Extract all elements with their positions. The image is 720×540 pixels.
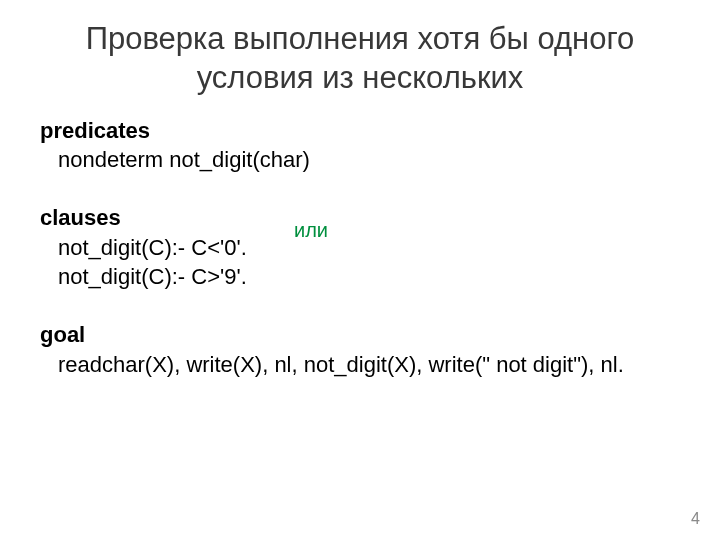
goal-block: goal readchar(X), write(X), nl, not_digi… <box>40 320 680 379</box>
goal-line: readchar(X), write(X), nl, not_digit(X),… <box>40 350 680 380</box>
or-annotation: или <box>294 217 328 244</box>
slide: Проверка выполнения хотя бы одного услов… <box>0 0 720 379</box>
predicates-heading: predicates <box>40 116 680 146</box>
clauses-line-1: not_digit(C):- C<'0'. <box>40 233 680 263</box>
clauses-heading: clauses <box>40 203 680 233</box>
clauses-block: clauses not_digit(C):- C<'0'. not_digit(… <box>40 203 680 292</box>
slide-title: Проверка выполнения хотя бы одного услов… <box>40 20 680 98</box>
page-number: 4 <box>691 510 700 528</box>
slide-body: predicates nondeterm not_digit(char) cla… <box>40 116 680 380</box>
predicates-block: predicates nondeterm not_digit(char) <box>40 116 680 175</box>
goal-heading: goal <box>40 320 680 350</box>
clauses-line-2: not_digit(C):- C>'9'. <box>40 262 680 292</box>
predicates-line: nondeterm not_digit(char) <box>40 145 680 175</box>
